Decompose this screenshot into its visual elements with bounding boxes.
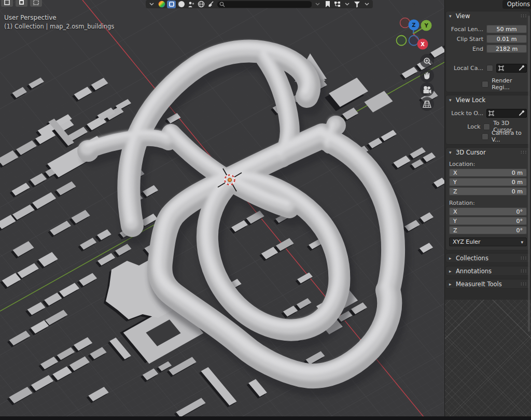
render-region-label: Render Regi... [492,77,527,91]
panel-3d-cursor: ▾ 3D Cursor Location: X 0 m Y 0 m Z 0 m … [446,148,530,250]
gizmo-x-label: X [421,41,425,47]
clip-end-label: End [446,46,486,52]
panel-grip-icon[interactable] [520,256,527,260]
camera-to-view-row: Camera to V... [446,132,527,141]
select-mode-buttons [1,0,42,7]
snap-active-icon[interactable] [167,1,176,8]
object-picker-icon [488,110,494,116]
bookmark-icon[interactable] [323,1,332,8]
select-box-icon [4,0,10,5]
panel-grip-icon[interactable] [520,150,527,154]
local-camera-row: Local Ca... [446,64,527,72]
panel-view-header[interactable]: ▾ View [446,11,530,20]
clip-start-field[interactable]: 0.01 m [486,35,527,43]
select-extend-button[interactable] [16,0,27,7]
globe-icon[interactable] [197,1,205,8]
gizmo-neg-y-handle[interactable] [397,36,407,46]
select-box-button[interactable] [1,0,13,7]
panel-view-lock-title: View Lock [456,96,485,104]
render-region-row: Render Regi... [446,80,527,88]
panel-view-lock-header[interactable]: ▾ View Lock [446,95,530,104]
chevron-right-icon: ▸ [449,282,453,287]
falloff-sphere-icon[interactable] [177,1,186,8]
cursor-rotation-x-field[interactable]: X 0° [449,207,527,216]
search-icon [219,2,225,7]
viewport-3d[interactable]: User Perspective (1) Collection | map_2.… [0,0,444,420]
options-button[interactable]: Options [502,0,531,9]
panel-view: ▾ View Focal Len... 50 mm Clip Start 0.0… [446,11,530,92]
gizmo-y-label: Y [424,23,428,29]
panel-grip-icon[interactable] [520,14,527,18]
clip-start-row: Clip Start 0.01 m [446,35,527,43]
panel-3d-cursor-header[interactable]: ▾ 3D Cursor [446,148,530,157]
panel-grip-icon[interactable] [520,269,527,273]
local-camera-checkbox[interactable] [486,65,493,72]
window-bottom-edge [0,416,531,420]
navigation-gizmo[interactable]: Z Y X [393,13,435,55]
gizmo-z-label: Z [412,22,415,28]
chevron-down-icon: ▾ [449,150,454,155]
chevron-down-icon[interactable] [362,1,371,8]
lock-to-object-row: Lock to O... [446,109,527,117]
header-toolbar-left [146,0,314,8]
chevron-right-icon: ▸ [449,256,453,261]
sidebar-empty-area [445,300,531,417]
viewport-canvas[interactable] [0,0,444,420]
pan-button[interactable] [420,68,434,82]
cursor-location-z-field[interactable]: Z 0 m [449,187,527,195]
panel-measureit-tools[interactable]: ▸ MeasureIt Tools [446,279,530,288]
pan-hand-icon [423,72,431,80]
cursor-location-y-field[interactable]: Y 0 m [449,178,527,186]
select-subtract-button[interactable] [30,0,42,7]
chevron-down-icon[interactable] [343,1,352,8]
panel-annotations[interactable]: ▸ Annotations [446,267,530,275]
chevron-down-icon: ▾ [449,13,454,19]
camera-view-icon [423,86,431,94]
dropdown-chevron-icon[interactable] [147,1,156,8]
cursor-rotation-y-field[interactable]: Y 0° [449,217,527,225]
lock-label: Lock [446,123,483,130]
search-input[interactable] [217,1,312,8]
cursor-location-x-field[interactable]: X 0 m [449,169,527,177]
focal-length-label: Focal Len... [446,26,486,33]
rotation-order-dropdown[interactable]: XYZ Euler ▾ [449,237,527,246]
focal-length-row: Focal Len... 50 mm [446,25,527,33]
camera-to-view-label: Camera to V... [492,130,527,143]
camera-view-button[interactable] [420,82,434,96]
render-region-checkbox[interactable] [482,81,488,88]
cursor-rotation-z-field[interactable]: Z 0° [449,226,527,234]
to-3d-cursor-checkbox[interactable] [483,123,490,130]
sidebar-n-panel: Options ▾ View Focal Len... 50 mm Clip S… [444,0,531,420]
figures-icon[interactable] [187,1,195,8]
camera-to-view-checkbox[interactable] [482,133,488,140]
zoom-in-icon [423,57,431,65]
select-subtract-icon [33,0,39,5]
panel-view-lock: ▾ View Lock Lock to O... [446,95,530,144]
focal-length-field[interactable]: 50 mm [486,25,527,33]
panel-view-title: View [456,12,470,20]
local-camera-label: Local Ca... [446,65,486,72]
chevron-down-icon[interactable] [313,1,322,8]
clip-start-label: Clip Start [446,36,486,43]
sidebar-scrollbar[interactable] [528,16,530,332]
chevron-down-icon: ▾ [521,240,523,245]
gizmo-neg-x-handle[interactable] [400,18,410,28]
filter-funnel-icon[interactable] [353,1,361,8]
chevron-right-icon: ▸ [449,269,453,274]
outliner-tree-icon[interactable] [333,1,342,8]
lock-to-object-field[interactable] [486,109,527,118]
eyedropper-icon[interactable] [519,110,525,116]
panel-3d-cursor-title: 3D Cursor [456,149,486,156]
clip-end-field[interactable]: 2182 m [486,45,527,53]
eyedropper-icon[interactable] [519,65,525,71]
rotation-label: Rotation: [449,200,527,206]
broom-icon[interactable] [206,1,215,8]
proportional-falloff-icon[interactable] [157,1,166,8]
zoom-button[interactable] [420,54,434,68]
perspective-toggle-button[interactable] [420,97,434,111]
local-camera-object-field[interactable] [496,64,527,73]
location-label: Location: [449,161,527,167]
select-extend-icon [19,0,24,5]
panel-grip-icon[interactable] [520,282,527,286]
panel-collections[interactable]: ▸ Collections [446,254,530,262]
